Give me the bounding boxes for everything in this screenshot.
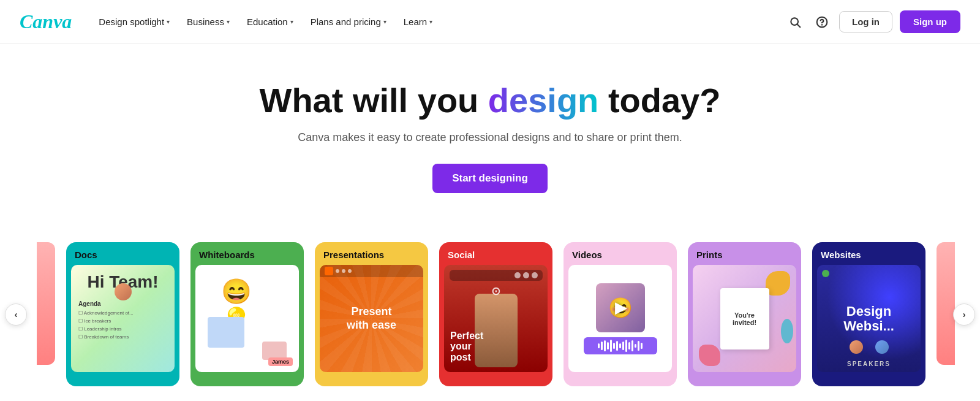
wave-bar <box>628 342 630 349</box>
card-whiteboards-label: Whiteboards <box>190 242 304 265</box>
hero-title-end: today? <box>598 81 720 120</box>
wave-bar <box>638 341 639 351</box>
wave-bar <box>641 343 643 349</box>
prints-inner: You'reinvited! <box>693 265 796 372</box>
card-videos-body: 😊 ▶ <box>564 265 677 386</box>
help-button[interactable] <box>812 12 832 32</box>
wave-bar <box>619 343 621 348</box>
hero-section: What will you design today? Canva makes … <box>0 44 980 218</box>
nav-item-education[interactable]: Education ▾ <box>239 12 301 32</box>
card-social[interactable]: Social ⊙ Perfectyourpost <box>439 242 552 386</box>
web-inner: DesignWebsi... SPEAKERS <box>817 265 921 372</box>
carousel-next-button[interactable]: › <box>953 304 975 326</box>
login-button[interactable]: Log in <box>839 11 892 32</box>
start-designing-button[interactable]: Start designing <box>432 164 548 193</box>
social-overlay-text: Perfectyourpost <box>450 330 483 363</box>
wave-bar <box>598 343 600 348</box>
pres-dot <box>336 269 339 273</box>
card-whiteboards[interactable]: Whiteboards 😄💡 James <box>190 242 304 386</box>
chevron-icon: ▾ <box>167 18 170 25</box>
pres-dot <box>348 269 352 273</box>
wave-bar <box>622 342 624 350</box>
docs-agenda: Agenda ☐ Acknowledgement of...☐ Ice brea… <box>78 300 167 341</box>
pres-inner: Presentwith ease <box>320 265 423 372</box>
wb-label: James <box>268 357 293 366</box>
nav-label-design-spotlight: Design spotlight <box>99 17 164 27</box>
card-whiteboards-body: 😄💡 James <box>190 265 304 386</box>
social-icon <box>523 272 529 278</box>
pres-dot <box>342 269 345 273</box>
videos-inner: 😊 ▶ <box>568 265 672 372</box>
card-videos-label: Videos <box>564 242 677 265</box>
canva-logo[interactable]: Canva <box>20 10 72 33</box>
card-presentations-body: Presentwith ease <box>315 265 428 386</box>
carousel-prev-button[interactable]: ‹ <box>5 304 27 326</box>
nav-actions: Log in Sign up <box>785 10 960 33</box>
svg-line-1 <box>797 24 801 27</box>
card-presentations[interactable]: Presentations Presentwith ease <box>315 242 428 386</box>
card-docs[interactable]: Docs Hi Team! Agenda ☐ Acknowledgement o… <box>66 242 179 386</box>
card-prints-body: You'reinvited! <box>688 265 801 386</box>
prints-blob3 <box>781 319 793 343</box>
pres-sunburst <box>320 265 423 372</box>
nav-item-plans-pricing[interactable]: Plans and pricing ▾ <box>303 12 394 32</box>
hero-subtitle: Canva makes it easy to create profession… <box>12 131 968 144</box>
docs-avatar <box>115 283 132 300</box>
wave-bar <box>604 340 606 351</box>
card-social-body: ⊙ Perfectyourpost <box>439 265 552 386</box>
nav-item-design-spotlight[interactable]: Design spotlight ▾ <box>91 12 177 32</box>
wave-bar <box>616 341 618 351</box>
signup-button[interactable]: Sign up <box>900 10 960 33</box>
web-speaker-avatars <box>850 340 889 354</box>
chevron-icon: ▾ <box>383 18 386 25</box>
hero-title-start: What will you <box>260 81 488 120</box>
wave-bar <box>631 340 633 351</box>
carousel-track: Docs Hi Team! Agenda ☐ Acknowledgement o… <box>12 242 968 386</box>
social-icon <box>532 272 538 278</box>
svg-point-3 <box>822 24 823 25</box>
carousel-wrapper: ‹ Docs Hi Team! Agenda ☐ Acknowledgement… <box>0 242 980 386</box>
chevron-icon: ▾ <box>227 18 230 25</box>
hero-title-accent: design <box>488 81 598 120</box>
social-inner: ⊙ Perfectyourpost <box>444 265 548 372</box>
wave-bar <box>613 343 615 349</box>
wb-rect <box>208 317 244 348</box>
chevron-icon: ▾ <box>429 18 432 25</box>
pres-bar <box>320 265 423 277</box>
card-websites-body: DesignWebsi... SPEAKERS <box>812 265 925 386</box>
card-websites[interactable]: Websites DesignWebsi... SPEAKERS <box>812 242 925 386</box>
card-docs-label: Docs <box>66 242 179 265</box>
social-canva-logo: ⊙ <box>491 285 500 298</box>
prints-blob2 <box>699 345 720 366</box>
prints-blob1 <box>766 271 790 296</box>
web-avatar1 <box>850 340 863 354</box>
prints-card: You'reinvited! <box>720 288 769 349</box>
nav-label-learn: Learn <box>404 17 427 27</box>
videos-thumb-wrapper: 😊 ▶ <box>596 283 645 332</box>
wave-bar <box>635 344 636 348</box>
nav-label-education: Education <box>247 17 288 27</box>
nav-item-business[interactable]: Business ▾ <box>179 12 237 32</box>
chevron-icon: ▾ <box>290 18 293 25</box>
videos-waveform <box>584 337 657 354</box>
search-button[interactable] <box>785 12 805 32</box>
web-speakers-label: SPEAKERS <box>847 361 891 367</box>
play-icon: ▶ <box>615 299 626 316</box>
wave-bar <box>601 342 603 350</box>
card-videos[interactable]: Videos 😊 ▶ <box>564 242 677 386</box>
wave-bar <box>625 340 627 352</box>
nav-label-business: Business <box>187 17 224 27</box>
web-title: DesignWebsi... <box>843 304 894 334</box>
social-icon <box>514 272 521 278</box>
card-websites-label: Websites <box>812 242 925 265</box>
web-avatar2 <box>875 340 889 354</box>
card-prints[interactable]: Prints You'reinvited! <box>688 242 801 386</box>
navbar: Canva Design spotlight ▾ Business ▾ Educ… <box>0 0 980 44</box>
nav-item-learn[interactable]: Learn ▾ <box>396 12 440 32</box>
card-social-label: Social <box>439 242 552 265</box>
nav-links: Design spotlight ▾ Business ▾ Education … <box>91 12 785 32</box>
docs-inner: Hi Team! Agenda ☐ Acknowledgement of...☐… <box>71 265 175 372</box>
card-presentations-label: Presentations <box>315 242 428 265</box>
wb-inner: 😄💡 James <box>195 265 299 372</box>
hero-title: What will you design today? <box>12 81 968 120</box>
